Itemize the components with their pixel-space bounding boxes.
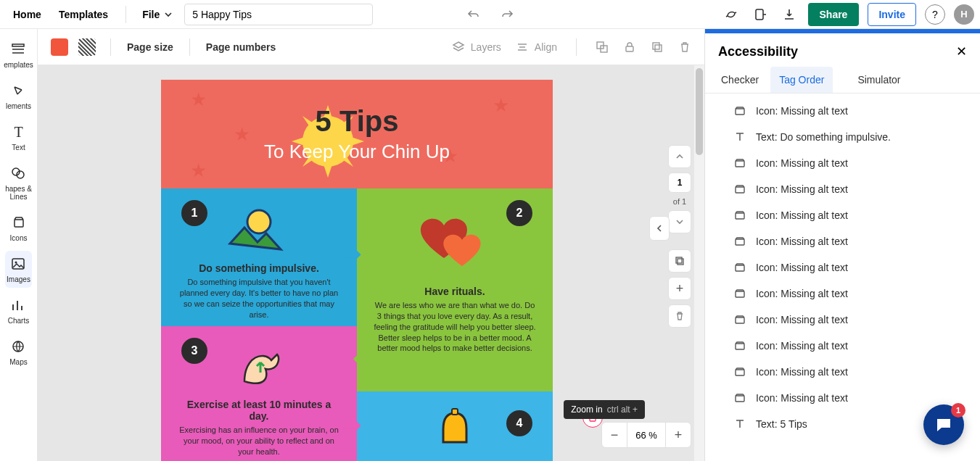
- undo-redo-group: [464, 4, 517, 25]
- doc-header: ★ ★ ★ ★ ★ 5 Tips To Keep Your Chin Up: [161, 80, 553, 188]
- doc-title-main: 5 Tips: [316, 105, 399, 138]
- badge-2: 2: [506, 200, 532, 226]
- text-type-icon: [733, 417, 747, 431]
- icon-type-icon: [733, 391, 747, 405]
- zoom-in-button[interactable]: +: [666, 423, 691, 447]
- page-size-button[interactable]: Page size: [125, 38, 175, 56]
- rail-shapes[interactable]: hapes & Lines: [4, 160, 33, 205]
- tag-order-item[interactable]: Icon: Missing alt text: [725, 176, 980, 202]
- undo-icon[interactable]: [464, 4, 484, 25]
- svg-rect-34: [736, 213, 744, 219]
- tag-order-item[interactable]: Icon: Missing alt text: [725, 281, 980, 307]
- tag-order-item[interactable]: Icon: Missing alt text: [725, 254, 980, 281]
- page-numbers-button[interactable]: Page numbers: [205, 38, 277, 56]
- layers-icon: [452, 41, 465, 54]
- svg-rect-27: [452, 409, 458, 415]
- svg-rect-28: [676, 257, 682, 263]
- rail-charts[interactable]: Charts: [7, 292, 30, 329]
- chat-button[interactable]: 1: [923, 404, 964, 445]
- svg-rect-37: [736, 291, 744, 297]
- file-label: File: [142, 9, 160, 20]
- icon-type-icon: [733, 104, 747, 118]
- redo-icon[interactable]: [497, 4, 517, 25]
- tag-order-item-label: Icon: Missing alt text: [756, 105, 848, 117]
- tip-cell-3: 3 ⬅ Exercise at least 10 minutes a day. …: [161, 326, 357, 461]
- tag-order-item[interactable]: Icon: Missing alt text: [725, 202, 980, 228]
- svg-rect-0: [756, 9, 763, 20]
- rail-text[interactable]: T Text: [9, 119, 29, 156]
- muscle-icon: [230, 338, 288, 396]
- delete-page-button[interactable]: [668, 304, 691, 328]
- zoom-out-button[interactable]: −: [602, 423, 627, 447]
- accessibility-panel: Accessibility ✕ Checker Tag Order Simula…: [704, 29, 980, 461]
- invite-button[interactable]: Invite: [868, 3, 916, 26]
- rail-icons[interactable]: Icons: [9, 209, 29, 246]
- tag-order-item[interactable]: Icon: Missing alt text: [725, 307, 980, 333]
- badge-3: 3: [181, 338, 207, 364]
- page-number-indicator[interactable]: 1: [668, 173, 691, 193]
- nav-templates[interactable]: Templates: [52, 4, 115, 25]
- fill-color-swatch[interactable]: [51, 38, 68, 56]
- main-nav: Home Templates: [6, 4, 115, 25]
- layers-button[interactable]: Layers: [471, 41, 501, 53]
- tab-checker[interactable]: Checker: [712, 67, 767, 93]
- close-panel-button[interactable]: ✕: [956, 43, 967, 59]
- icon-type-icon: [733, 339, 747, 353]
- rail-images[interactable]: Images: [5, 251, 32, 288]
- sync-icon[interactable]: [721, 4, 741, 25]
- icon-type-icon: [733, 365, 747, 379]
- chat-badge: 1: [951, 403, 965, 418]
- elements-icon: [9, 82, 27, 99]
- tag-order-item[interactable]: Icon: Missing alt text: [725, 98, 980, 124]
- chevron-down-icon: [164, 10, 173, 19]
- arrow-right-icon-2: ➡: [341, 410, 361, 439]
- background-pattern-swatch[interactable]: [78, 38, 96, 56]
- collapse-panel-button[interactable]: [649, 216, 670, 241]
- trash-icon[interactable]: [678, 41, 691, 54]
- export-icon[interactable]: [750, 4, 770, 25]
- add-page-button[interactable]: +: [668, 277, 691, 300]
- share-button[interactable]: Share: [808, 3, 860, 26]
- page-down-button[interactable]: [668, 210, 691, 233]
- svg-point-26: [247, 210, 271, 233]
- tag-order-item[interactable]: Icon: Missing alt text: [725, 150, 980, 176]
- page-up-button[interactable]: [668, 145, 691, 168]
- group-icon[interactable]: [596, 41, 609, 54]
- landscape-icon: [223, 200, 295, 258]
- badge-1: 1: [181, 200, 207, 226]
- nav-home[interactable]: Home: [6, 4, 49, 25]
- rail-maps[interactable]: Maps: [8, 333, 28, 370]
- lock-icon[interactable]: [623, 41, 636, 54]
- tab-tag-order[interactable]: Tag Order: [770, 67, 833, 93]
- download-icon[interactable]: [779, 4, 799, 25]
- user-avatar[interactable]: H: [954, 4, 974, 25]
- tip-cell-4: 4 ➡: [357, 391, 553, 461]
- svg-rect-35: [736, 239, 744, 245]
- svg-rect-31: [736, 109, 744, 115]
- rail-templates[interactable]: emplates: [2, 36, 35, 73]
- document-page[interactable]: ★ ★ ★ ★ ★ 5 Tips To Keep Your Chin Up 1 …: [161, 80, 553, 461]
- canvas-area[interactable]: ★ ★ ★ ★ ★ 5 Tips To Keep Your Chin Up 1 …: [38, 65, 704, 461]
- tab-simulator[interactable]: Simulator: [849, 67, 909, 93]
- tip-cell-1: 1 Do something impulsive. Do something i…: [161, 188, 357, 326]
- rail-elements[interactable]: lements: [4, 78, 33, 115]
- tag-order-item-label: Icon: Missing alt text: [756, 236, 848, 247]
- align-button[interactable]: Align: [535, 41, 557, 53]
- tag-order-item-label: Icon: Missing alt text: [756, 392, 848, 404]
- copy-icon[interactable]: [651, 41, 664, 54]
- icons-icon: [10, 214, 28, 231]
- help-button[interactable]: ?: [925, 4, 945, 25]
- svg-rect-16: [653, 43, 659, 49]
- zoom-value[interactable]: 66 %: [627, 423, 666, 447]
- svg-rect-39: [736, 344, 744, 349]
- tag-order-item[interactable]: Icon: Missing alt text: [725, 228, 980, 254]
- svg-rect-36: [736, 265, 744, 271]
- document-title-input[interactable]: [184, 4, 373, 25]
- vertical-scrollbar[interactable]: [694, 65, 704, 461]
- duplicate-page-button[interactable]: [668, 249, 691, 273]
- file-menu[interactable]: File: [136, 4, 178, 25]
- topbar-right: Share Invite ? H: [721, 3, 975, 26]
- tag-order-item[interactable]: Text: Do something impulsive.: [725, 124, 980, 150]
- tag-order-item[interactable]: Icon: Missing alt text: [725, 359, 980, 385]
- tag-order-item[interactable]: Icon: Missing alt text: [725, 333, 980, 359]
